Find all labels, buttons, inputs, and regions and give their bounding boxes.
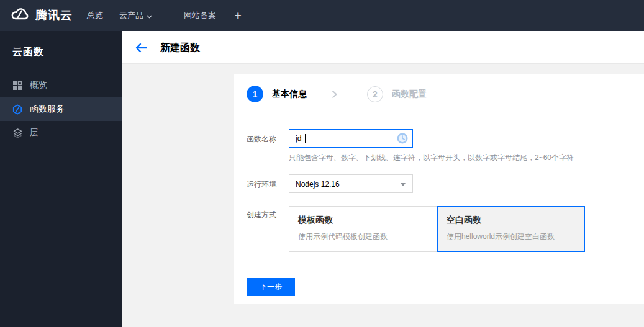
option-title: 模板函数: [298, 215, 429, 226]
topnav-cloud-products[interactable]: 云产品: [119, 10, 152, 21]
function-name-hint: 只能包含字母、数字、下划线、连字符，以字母开头，以数字或字母结尾，2~60个字符: [289, 153, 574, 163]
select-caret-icon: [401, 183, 406, 186]
function-name-input[interactable]: [289, 129, 413, 148]
topnav-icp-filing[interactable]: 网站备案: [184, 10, 216, 21]
topnav-overview-label: 总览: [87, 10, 103, 21]
creation-method-label: 创建方式: [247, 210, 276, 220]
brand-name: 腾讯云: [35, 7, 73, 24]
sidebar-item-label: 函数服务: [30, 104, 65, 115]
create-function-card: 1 基本信息 2 函数配置 函数名称: [234, 74, 644, 304]
sidebar-item-label: 层: [30, 127, 39, 138]
option-blank-function[interactable]: 空白函数 使用helloworld示例创建空白函数: [437, 206, 585, 252]
topnav-icp-filing-label: 网站备案: [184, 10, 216, 21]
scf-hexagon-icon: [12, 104, 22, 114]
topnav-divider: [168, 11, 168, 20]
grid-icon: [12, 81, 22, 91]
brand-logo[interactable]: 腾讯云: [10, 0, 73, 31]
function-name-label: 函数名称: [247, 134, 276, 145]
topnav-cloud-products-label: 云产品: [119, 10, 143, 21]
text-cursor: [305, 134, 306, 143]
divider: [247, 117, 632, 117]
content-area: 1 基本信息 2 函数配置 函数名称: [122, 64, 644, 327]
sidebar-item-label: 概览: [30, 80, 47, 91]
sidebar-title: 云函数: [0, 31, 122, 74]
runtime-selected-value: Nodejs 12.16: [296, 180, 340, 189]
topnav-overview[interactable]: 总览: [87, 10, 103, 21]
step-chevron-icon: [332, 90, 337, 99]
runtime-label: 运行环境: [247, 179, 276, 190]
option-template-function[interactable]: 模板函数 使用示例代码模板创建函数: [289, 206, 438, 252]
name-check-loading-icon: [397, 133, 408, 144]
sidebar: 云函数 概览 函数服务: [0, 31, 122, 327]
step-2-circle: 2: [367, 86, 383, 102]
tencent-cloud-console: 腾讯云 总览 云产品 网站备案 + 云函数: [0, 0, 644, 327]
cloud-logo-icon: [10, 7, 30, 24]
divider: [247, 267, 632, 267]
wizard-stepper: 1 基本信息 2 函数配置: [247, 86, 427, 102]
chevron-down-icon: [147, 11, 152, 20]
page-title: 新建函数: [160, 42, 200, 55]
option-title: 空白函数: [447, 215, 576, 226]
next-step-button[interactable]: 下一步: [247, 278, 295, 296]
step-1-circle: 1: [247, 86, 263, 102]
topbar: 腾讯云 总览 云产品 网站备案 +: [0, 0, 644, 31]
step-2-label: 函数配置: [392, 89, 427, 100]
option-desc: 使用helloworld示例创建空白函数: [447, 231, 576, 242]
step-1-label: 基本信息: [272, 89, 307, 100]
back-arrow-icon[interactable]: [135, 41, 148, 55]
add-tab-button[interactable]: +: [235, 9, 242, 22]
sidebar-item-function-service[interactable]: 函数服务: [0, 97, 122, 121]
layers-icon: [12, 128, 22, 138]
function-name-field: [289, 129, 413, 148]
runtime-select[interactable]: Nodejs 12.16: [289, 174, 413, 193]
creation-method-options: 模板函数 使用示例代码模板创建函数 空白函数 使用helloworld示例创建空…: [289, 206, 585, 252]
page-header: 新建函数: [122, 31, 644, 64]
sidebar-item-layers[interactable]: 层: [0, 121, 122, 145]
topnav: 总览 云产品 网站备案 +: [87, 0, 242, 31]
option-desc: 使用示例代码模板创建函数: [298, 231, 429, 242]
sidebar-item-overview[interactable]: 概览: [0, 74, 122, 97]
